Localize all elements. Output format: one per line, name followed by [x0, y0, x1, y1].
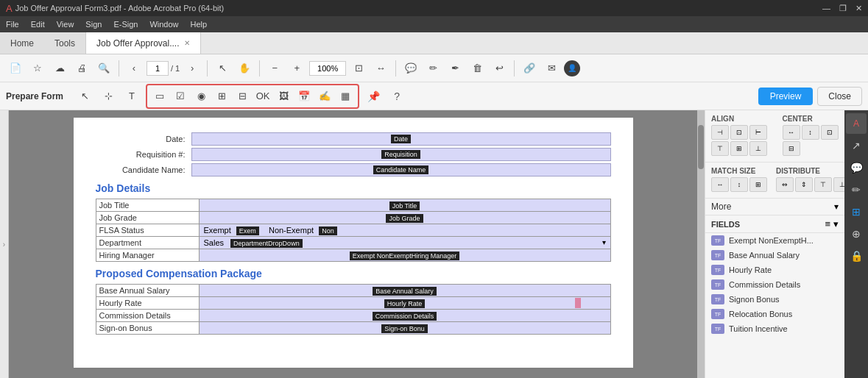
right-icon-form[interactable]: ⊞	[846, 202, 867, 222]
image-field-btn[interactable]: 🖼	[274, 87, 293, 106]
tab-home[interactable]: Home	[0, 32, 44, 54]
zoom-in-btn[interactable]: +	[287, 59, 306, 78]
align-center-v-btn[interactable]: ⊞	[730, 141, 748, 156]
date-field[interactable]: Date	[191, 132, 611, 146]
menu-esign[interactable]: E-Sign	[113, 20, 138, 29]
field-select-btn[interactable]: ⊹	[99, 87, 118, 106]
help-icon[interactable]: ?	[387, 87, 406, 106]
distribute-btn-4[interactable]: ⊥	[833, 177, 844, 192]
field-item-0[interactable]: TF Exempt NonExemptH...	[705, 233, 844, 248]
field-item-3[interactable]: TF Commission Details	[705, 277, 844, 292]
right-icon-pen[interactable]: ✏	[846, 179, 867, 200]
fields-filter-icon[interactable]: ▾	[833, 218, 839, 229]
job-grade-field[interactable]: Job Grade	[199, 212, 610, 224]
right-icon-protect[interactable]: 🔒	[846, 246, 867, 266]
maximize-btn[interactable]: ❐	[839, 4, 847, 13]
distribute-h-btn[interactable]: ⇔	[776, 177, 794, 192]
signon-field[interactable]: Sign-on Bonu	[199, 322, 610, 335]
account-btn[interactable]: 👤	[564, 60, 580, 76]
fit-width-btn[interactable]: ↔	[371, 59, 390, 78]
menu-view[interactable]: View	[57, 20, 74, 29]
print-btn[interactable]: 🖨	[72, 59, 91, 78]
commission-field[interactable]: Commission Details	[199, 310, 610, 322]
zoom-input[interactable]	[309, 61, 346, 76]
center-v-btn[interactable]: ↕	[802, 125, 819, 140]
comment-btn[interactable]: 💬	[401, 59, 420, 78]
center-h-btn[interactable]: ↔	[783, 125, 800, 140]
align-center-h-btn[interactable]: ⊡	[730, 125, 748, 140]
date-field-btn[interactable]: 📅	[294, 87, 314, 106]
button-field-btn[interactable]: OK	[253, 87, 272, 106]
page-number-input[interactable]	[147, 61, 169, 76]
align-left-btn[interactable]: ⊣	[711, 125, 729, 140]
find-btn[interactable]: 🔍	[94, 59, 113, 78]
tab-document[interactable]: Job Offer Approval.... ✕	[85, 32, 201, 54]
sign-btn[interactable]: ✒	[445, 59, 465, 78]
next-page-btn[interactable]: ›	[183, 59, 202, 78]
flsa-nonexempt-field[interactable]: Non	[319, 227, 337, 235]
center-btn-4[interactable]: ⊟	[783, 141, 800, 156]
combo-btn[interactable]: ⊟	[233, 87, 252, 106]
pen-btn[interactable]: ✏	[423, 59, 442, 78]
new-btn[interactable]: 📄	[6, 59, 25, 78]
job-title-field[interactable]: Job Title	[199, 199, 610, 212]
hiring-field[interactable]: Exempt NonExemptHiring Manager	[199, 249, 610, 262]
bookmark-btn[interactable]: ☆	[28, 59, 47, 78]
delete-btn[interactable]: 🗑	[467, 59, 487, 78]
menu-window[interactable]: Window	[149, 20, 178, 29]
zoom-out-btn[interactable]: −	[265, 59, 284, 78]
distribute-btn-3[interactable]: ⊤	[814, 177, 832, 192]
distribute-v-btn[interactable]: ⇕	[795, 177, 813, 192]
field-item-6[interactable]: TF Tuition Incentive	[705, 321, 844, 336]
dept-field[interactable]: Sales DepartmentDropDown ▾	[199, 237, 610, 249]
menu-file[interactable]: File	[6, 20, 19, 29]
sign-field-btn[interactable]: ✍	[315, 87, 334, 106]
match-both-btn[interactable]: ⊞	[749, 177, 767, 192]
preview-button[interactable]: Preview	[758, 88, 814, 105]
fields-sort-icon[interactable]: ≡	[825, 218, 830, 229]
base-salary-field[interactable]: Base Annual Salary	[199, 285, 610, 297]
left-panel-toggle[interactable]: ›	[0, 110, 9, 378]
pdf-scrollbar[interactable]	[697, 110, 705, 378]
radio-btn[interactable]: ◉	[191, 87, 211, 106]
align-top-btn[interactable]: ⊤	[711, 141, 729, 156]
menu-help[interactable]: Help	[191, 20, 208, 29]
right-icon-comment[interactable]: 💬	[846, 157, 867, 178]
flsa-exempt-field[interactable]: Exem	[236, 227, 259, 235]
prev-page-btn[interactable]: ‹	[124, 59, 144, 78]
field-item-2[interactable]: TF Hourly Rate	[705, 263, 844, 277]
menu-edit[interactable]: Edit	[31, 20, 45, 29]
right-icon-stamp[interactable]: ⊕	[846, 224, 867, 244]
text-tool-btn[interactable]: T	[122, 87, 141, 106]
dept-dropdown-field[interactable]: DepartmentDropDown	[230, 239, 303, 248]
pin-icon[interactable]: 📌	[364, 87, 383, 106]
more-row[interactable]: More ▾	[705, 199, 844, 215]
select-tool-btn[interactable]: ↖	[75, 87, 94, 106]
minimize-btn[interactable]: —	[822, 4, 830, 13]
requisition-field[interactable]: Requisition	[191, 148, 611, 161]
match-w-btn[interactable]: ↔	[711, 177, 729, 192]
center-btn-3[interactable]: ⊡	[821, 125, 839, 140]
right-icon-acrobat[interactable]: A	[846, 113, 867, 134]
barcode-btn[interactable]: ▦	[336, 87, 355, 106]
menu-sign[interactable]: Sign	[85, 20, 102, 29]
email-btn[interactable]: ✉	[542, 59, 561, 78]
hourly-rate-field[interactable]: Hourly Rate	[199, 297, 610, 310]
checkbox-btn[interactable]: ☑	[171, 87, 190, 106]
field-item-1[interactable]: TF Base Annual Salary	[705, 248, 844, 263]
match-h-btn[interactable]: ↕	[730, 177, 748, 192]
undo-btn[interactable]: ↩	[490, 59, 509, 78]
tab-close-icon[interactable]: ✕	[184, 39, 190, 47]
close-button[interactable]: Close	[817, 87, 862, 106]
close-window-btn[interactable]: ✕	[855, 4, 862, 13]
right-icon-share[interactable]: ↗	[846, 135, 867, 156]
list-field-btn[interactable]: ⊞	[212, 87, 231, 106]
pdf-scroll-thumb[interactable]	[698, 125, 704, 169]
text-field-btn[interactable]: ▭	[150, 87, 169, 106]
select-btn[interactable]: ↖	[213, 59, 232, 78]
align-bottom-btn[interactable]: ⊥	[749, 141, 767, 156]
candidate-field[interactable]: Candidate Name	[191, 163, 611, 176]
field-item-4[interactable]: TF Signon Bonus	[705, 292, 844, 307]
fit-page-btn[interactable]: ⊡	[349, 59, 368, 78]
upload-btn[interactable]: ☁	[50, 59, 69, 78]
